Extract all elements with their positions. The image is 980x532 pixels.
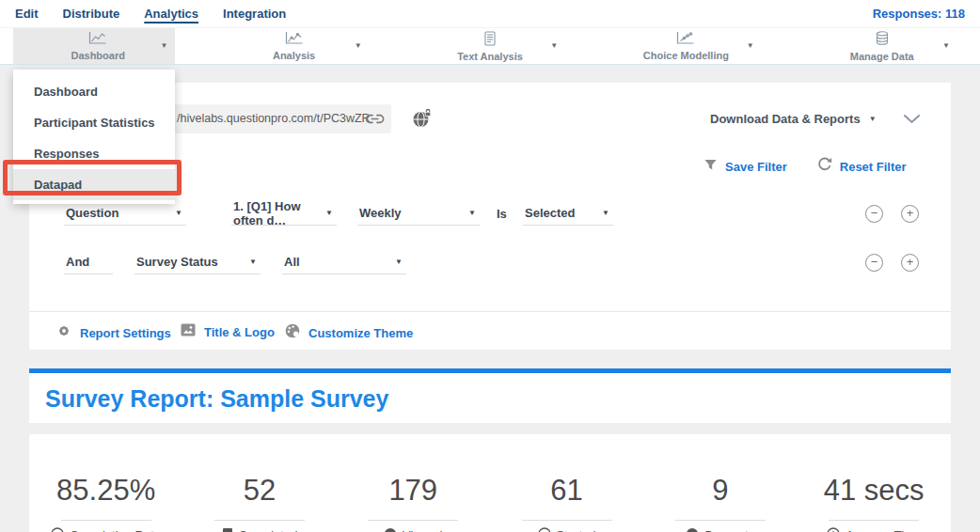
filter-answer-dropdown[interactable]: Weekly ▼ <box>357 201 480 226</box>
reset-filter-label: Reset Filter <box>840 160 907 174</box>
chevron-down-icon: ▼ <box>249 258 257 266</box>
stat-label: Viewed <box>384 527 442 532</box>
chevron-down-icon[interactable]: ▼ <box>942 41 950 50</box>
palette-icon <box>285 323 300 342</box>
dashboard-dropdown-menu: Dashboard Participant Statistics Respons… <box>13 70 175 204</box>
chevron-down-icon: ▼ <box>325 209 333 217</box>
stat-label-text: Viewed <box>403 528 442 532</box>
chevron-down-icon[interactable]: ▼ <box>355 41 362 50</box>
add-filter-row-button[interactable] <box>901 254 919 272</box>
stat-label: Completed <box>222 527 298 532</box>
filter-field2-dropdown[interactable]: Survey Status ▼ <box>134 250 261 274</box>
analytics-dashboard-page: Edit Distribute Analytics Integration Re… <box>0 0 980 532</box>
stat-label: Average Time <box>827 527 921 532</box>
chevron-down-icon[interactable]: ▼ <box>160 41 167 50</box>
stat-value: 9 <box>712 474 728 508</box>
top-nav: Edit Distribute Analytics Integration Re… <box>0 0 980 28</box>
save-filter-button[interactable]: Save Filter <box>703 157 787 176</box>
menu-item-dashboard[interactable]: Dashboard <box>13 76 175 107</box>
toolbar-tab-dashboard[interactable]: Dashboard ▼ <box>0 28 196 64</box>
customize-theme-label: Customize Theme <box>308 326 413 340</box>
filter-question-dropdown[interactable]: 1. [Q1] How often d… ▼ <box>231 201 337 226</box>
started-icon <box>538 527 551 532</box>
toolbar-tab-label: Choice Modelling <box>643 50 729 61</box>
stat-label-text: Dropouts <box>704 528 754 532</box>
chevron-down-icon[interactable]: ▼ <box>869 115 877 123</box>
stat-value: 61 <box>550 474 582 508</box>
completed-icon <box>222 527 233 532</box>
filter-conjunction-dropdown[interactable]: And <box>64 250 113 274</box>
stat-divider <box>61 520 151 521</box>
nav-item-integration[interactable]: Integration <box>223 7 286 21</box>
share-url-field[interactable]: /hivelabs.questionpro.com/t/PC3wZR <box>150 104 391 133</box>
report-header-panel: Survey Report: Sample Survey <box>29 368 951 423</box>
report-title: Survey Report: Sample Survey <box>45 385 951 413</box>
collapse-section-chevron-icon[interactable] <box>903 114 921 124</box>
chevron-down-icon: ▼ <box>468 209 476 217</box>
completion-rate-icon <box>51 527 64 532</box>
reset-filter-button[interactable]: Reset Filter <box>817 157 907 176</box>
toolbar-tab-manage-data[interactable]: Manage Data ▼ <box>784 28 980 64</box>
download-data-reports-button[interactable]: Download Data & Reports <box>710 112 861 126</box>
stat-divider <box>368 520 458 521</box>
link-icon[interactable] <box>365 112 385 129</box>
filter-condition-dropdown[interactable]: Selected ▼ <box>523 201 613 226</box>
menu-item-responses[interactable]: Responses <box>13 138 175 169</box>
filter-answer-value: Weekly <box>359 206 402 220</box>
nav-item-edit[interactable]: Edit <box>15 7 39 21</box>
stat-completion-rate: 85.25% Completion Rate <box>29 434 182 532</box>
stat-completed: 52 Completed <box>182 434 336 532</box>
chevron-down-icon: ▼ <box>175 209 182 217</box>
toolbar-tab-label: Text Analysis <box>457 51 523 62</box>
filter-actions: Save Filter Reset Filter <box>703 157 907 176</box>
share-url-text: /hivelabs.questionpro.com/t/PC3wZR <box>177 112 371 125</box>
toolbar-tab-choice-modelling[interactable]: Choice Modelling ▼ <box>588 28 783 64</box>
nav-item-analytics[interactable]: Analytics <box>144 7 198 21</box>
title-logo-button[interactable]: Title & Logo <box>181 323 275 340</box>
responses-count[interactable]: Responses: 118 <box>873 7 965 21</box>
chevron-down-icon[interactable]: ▼ <box>550 41 558 50</box>
remove-filter-row-button[interactable] <box>865 254 883 272</box>
stat-divider <box>214 520 305 521</box>
menu-item-datapad[interactable]: Datapad <box>13 169 175 200</box>
filter-question-value: 1. [Q1] How often d… <box>233 199 325 227</box>
nav-item-distribute[interactable]: Distribute <box>63 7 120 21</box>
filter-value2-dropdown[interactable]: All ▼ <box>282 250 406 274</box>
add-filter-row-button[interactable] <box>901 205 919 223</box>
toolbar-tab-label: Analysis <box>273 50 315 61</box>
toolbar-tab-label: Manage Data <box>850 51 914 62</box>
filter-conjunction-value: And <box>66 255 89 269</box>
stat-label-text: Completion Rate <box>70 528 161 532</box>
document-report-icon <box>482 31 498 50</box>
chevron-down-icon: ▼ <box>602 209 609 217</box>
report-settings-label: Report Settings <box>80 326 171 340</box>
stat-value: 85.25% <box>56 474 155 508</box>
chevron-down-icon[interactable]: ▼ <box>747 41 754 50</box>
globe-lock-icon[interactable] <box>412 108 433 129</box>
menu-item-participant-statistics[interactable]: Participant Statistics <box>13 107 175 138</box>
stat-value: 52 <box>244 474 276 508</box>
stat-value: 179 <box>388 474 437 508</box>
remove-filter-row-button[interactable] <box>865 205 883 223</box>
toolbar-tab-label: Dashboard <box>71 50 124 61</box>
dropouts-icon <box>686 527 699 532</box>
stat-label-text: Completed <box>239 528 298 532</box>
funnel-icon <box>703 158 718 176</box>
stats-panel: 85.25% Completion Rate 52 Completed 179 … <box>29 434 951 532</box>
toolbar-tab-analysis[interactable]: Analysis ▼ <box>196 28 391 64</box>
stat-divider <box>675 520 766 521</box>
chevron-down-icon: ▼ <box>395 258 403 266</box>
stat-divider <box>829 520 919 521</box>
stat-value: 41 secs <box>824 474 925 508</box>
filter-field-dropdown[interactable]: Question ▼ <box>64 201 186 226</box>
report-settings-button[interactable]: Report Settings <box>56 323 171 342</box>
stat-viewed: 179 Viewed <box>337 434 490 532</box>
title-logo-label: Title & Logo <box>204 325 275 339</box>
toolbar-tab-text-analysis[interactable]: Text Analysis ▼ <box>392 28 588 64</box>
image-icon <box>181 323 196 340</box>
filter-value2-value: All <box>284 255 300 269</box>
customize-theme-button[interactable]: Customize Theme <box>285 323 413 342</box>
stat-label: Dropouts <box>686 527 754 532</box>
filter-field2-value: Survey Status <box>136 255 218 269</box>
refresh-icon <box>817 157 832 176</box>
